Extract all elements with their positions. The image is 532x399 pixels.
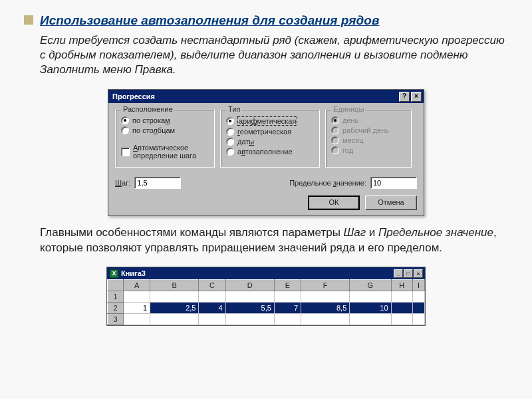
checkbox-auto-step[interactable]: Автоматическоеопределение шага [121, 144, 209, 160]
checkbox-icon [121, 148, 130, 156]
column-header-row: A B C D E F G H I [108, 280, 425, 291]
ok-button[interactable]: ОК [308, 196, 360, 210]
radio-label: автозаполнение [237, 148, 293, 156]
progression-dialog: Прогрессия ? × Расположение по строкам п… [108, 89, 424, 216]
row-header[interactable]: 3 [108, 314, 124, 325]
checkbox-label: Автоматическоеопределение шага [133, 144, 196, 160]
group-type-legend: Тип [226, 105, 242, 113]
radio-icon [331, 136, 339, 144]
radio-icon [331, 146, 339, 154]
cell[interactable]: 7 [274, 303, 301, 314]
group-layout: Расположение по строкам по столбцам Авто… [115, 110, 215, 168]
page-title: Использование автозаполнения для создани… [40, 13, 379, 28]
spreadsheet-window: X Книга3 _ □ × A B C D E F G H I 1 2 [106, 267, 426, 326]
radio-icon [226, 117, 234, 125]
col-header[interactable]: H [391, 280, 412, 291]
table-row[interactable]: 1 [108, 291, 425, 303]
outro-text: Главными особенностями команды являются … [40, 225, 508, 256]
radio-label: даты [237, 138, 254, 146]
cell[interactable]: 2,5 [150, 303, 199, 314]
radio-icon [121, 126, 129, 134]
radio-geometric[interactable]: геометрическая [226, 128, 314, 136]
radio-label: по столбцам [132, 126, 175, 134]
col-header[interactable]: E [274, 280, 301, 291]
limit-label: Предельное значение: [289, 179, 366, 187]
radio-autofill[interactable]: автозаполнение [226, 148, 314, 156]
intro-text: Если требуется создать нестандартный ряд… [40, 33, 508, 77]
step-input[interactable] [134, 177, 181, 189]
close-button[interactable]: × [414, 269, 423, 278]
maximize-button[interactable]: □ [404, 269, 413, 278]
table-row[interactable]: 3 [108, 314, 425, 325]
cell[interactable] [412, 303, 424, 314]
limit-input[interactable] [370, 177, 417, 189]
row-header[interactable]: 1 [108, 291, 124, 303]
col-header[interactable]: I [412, 280, 424, 291]
help-button[interactable]: ? [399, 92, 410, 102]
close-button[interactable]: × [411, 92, 422, 102]
radio-by-cols[interactable]: по столбцам [121, 126, 209, 134]
group-units: Единицы день рабочий день месяц [325, 110, 412, 168]
step-label: Шаг: [115, 179, 130, 187]
radio-icon [331, 116, 339, 124]
radio-icon [331, 126, 339, 134]
col-header[interactable]: G [350, 280, 391, 291]
cell[interactable] [391, 303, 412, 314]
radio-icon [226, 148, 234, 156]
cell[interactable]: 1 [124, 303, 150, 314]
radio-dates[interactable]: даты [226, 138, 314, 146]
group-layout-legend: Расположение [121, 105, 175, 113]
dialog-titlebar: Прогрессия ? × [108, 90, 424, 103]
radio-workday: рабочий день [331, 126, 406, 134]
cancel-button[interactable]: Отмена [365, 196, 417, 210]
cell[interactable]: 8,5 [301, 303, 350, 314]
col-header[interactable]: D [225, 280, 274, 291]
spreadsheet-titlebar: X Книга3 _ □ × [107, 267, 425, 279]
radio-year: год [331, 146, 406, 154]
row-header[interactable]: 2 [108, 303, 124, 314]
group-type: Тип арифметическая геометрическая даты [220, 110, 320, 168]
minimize-button[interactable]: _ [394, 269, 403, 278]
radio-label: арифметическая [237, 116, 297, 126]
radio-icon [226, 128, 234, 136]
col-header[interactable]: B [150, 280, 199, 291]
excel-icon: X [110, 269, 118, 278]
radio-arithmetic[interactable]: арифметическая [226, 116, 314, 126]
radio-label: месяц [342, 136, 363, 144]
col-header[interactable]: A [124, 280, 150, 291]
cell[interactable]: 5,5 [225, 303, 274, 314]
table-row[interactable]: 2 1 2,5 4 5,5 7 8,5 10 [108, 303, 425, 314]
radio-label: день [342, 116, 358, 124]
radio-month: месяц [331, 136, 406, 144]
dialog-title: Прогрессия [112, 92, 155, 100]
cell[interactable]: 10 [350, 303, 391, 314]
radio-label: год [342, 146, 353, 154]
radio-label: геометрическая [237, 128, 291, 136]
group-units-legend: Единицы [331, 105, 366, 113]
radio-by-rows[interactable]: по строкам [121, 116, 209, 124]
spreadsheet-grid[interactable]: A B C D E F G H I 1 2 1 2,5 4 5,5 7 8,5 … [107, 279, 425, 325]
radio-label: по строкам [132, 116, 170, 124]
col-header[interactable]: F [301, 280, 350, 291]
select-all-cell[interactable] [108, 280, 124, 291]
radio-day: день [331, 116, 406, 124]
bullet-icon [24, 15, 33, 25]
radio-icon [121, 116, 129, 124]
workbook-title: Книга3 [121, 269, 146, 277]
radio-icon [226, 138, 234, 146]
col-header[interactable]: C [199, 280, 225, 291]
radio-label: рабочий день [342, 126, 389, 134]
cell[interactable]: 4 [199, 303, 225, 314]
